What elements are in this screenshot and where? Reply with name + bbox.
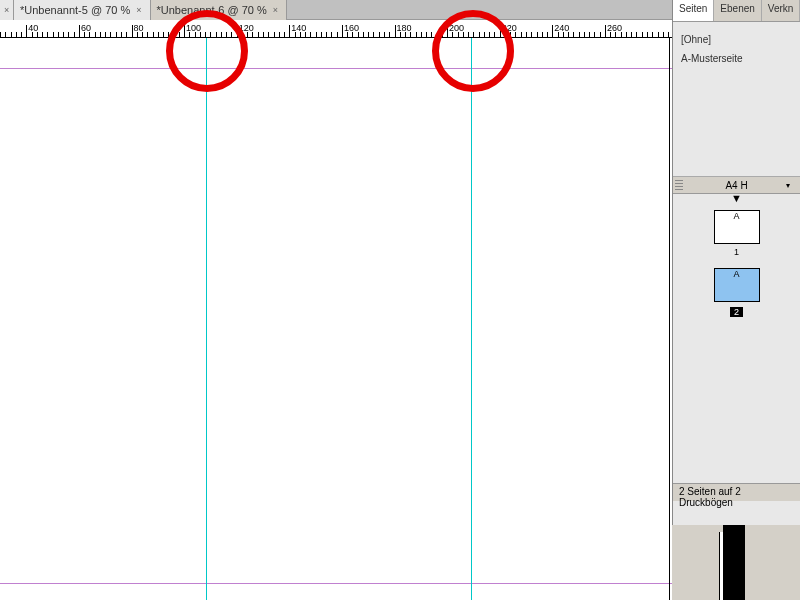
master-none[interactable]: [Ohne] — [681, 30, 792, 49]
document-canvas[interactable] — [0, 38, 672, 600]
page-edge-right — [669, 38, 670, 600]
panel-tab-ebenen[interactable]: Ebenen — [714, 0, 761, 21]
close-icon: × — [2, 5, 11, 15]
ruler-label: 40 — [28, 23, 38, 33]
panel-tabs: Seiten Ebenen Verkn — [673, 0, 800, 22]
column-guide-1[interactable] — [206, 38, 207, 600]
ruler-label: 260 — [607, 23, 622, 33]
pages-panel: Seiten Ebenen Verkn [Ohne] A-Musterseite… — [672, 0, 800, 525]
pages-subpanel: A4 H ▾ ▼ A 1 A 2 2 Seiten auf 2 Druckbög… — [673, 176, 800, 501]
ruler-label: 180 — [397, 23, 412, 33]
margin-guide-bottom — [0, 583, 672, 584]
ruler-label: 120 — [239, 23, 254, 33]
ruler-label: 80 — [134, 23, 144, 33]
panel-tab-seiten[interactable]: Seiten — [673, 0, 714, 21]
close-icon[interactable]: × — [134, 5, 143, 15]
column-guide-2[interactable] — [471, 38, 472, 600]
margin-guide-top — [0, 68, 672, 69]
page-thumb-1[interactable]: A — [714, 210, 760, 244]
chevron-down-icon: ▾ — [786, 181, 790, 190]
page-num-2: 2 — [730, 305, 743, 317]
ruler-label: 240 — [554, 23, 569, 33]
ruler-label: 60 — [81, 23, 91, 33]
ruler-label: 220 — [502, 23, 517, 33]
page-shadow — [723, 525, 745, 600]
ruler-label: 100 — [186, 23, 201, 33]
page-num-1: 1 — [734, 247, 739, 257]
master-a[interactable]: A-Musterseite — [681, 49, 792, 68]
document-tab-1[interactable]: *Unbenannt-5 @ 70 % × — [14, 0, 151, 20]
tab-label: *Unbenannt-6 @ 70 % — [157, 4, 267, 16]
page-size-label: A4 H — [725, 180, 747, 191]
tab-label: *Unbenannt-5 @ 70 % — [20, 4, 130, 16]
tab-close-prev[interactable]: × — [0, 0, 14, 20]
page-thumb-2[interactable]: A — [714, 268, 760, 302]
page-size-dropdown[interactable]: A4 H ▾ — [673, 177, 800, 194]
ruler-label: 200 — [449, 23, 464, 33]
close-icon[interactable]: × — [271, 5, 280, 15]
spread-anchor-icon: ▼ — [673, 194, 800, 202]
master-pages-list: [Ohne] A-Musterseite — [673, 22, 800, 76]
grip-icon — [675, 180, 683, 190]
ruler-label: 140 — [291, 23, 306, 33]
document-tab-2[interactable]: *Unbenannt-6 @ 70 % × — [151, 0, 288, 20]
page-back — [719, 532, 723, 600]
panel-footer: 2 Seiten auf 2 Druckbögen — [673, 483, 800, 501]
page-thumbnails: A 1 A 2 — [673, 202, 800, 317]
ruler-label: 160 — [344, 23, 359, 33]
panel-tab-verknupfungen[interactable]: Verkn — [762, 0, 800, 21]
